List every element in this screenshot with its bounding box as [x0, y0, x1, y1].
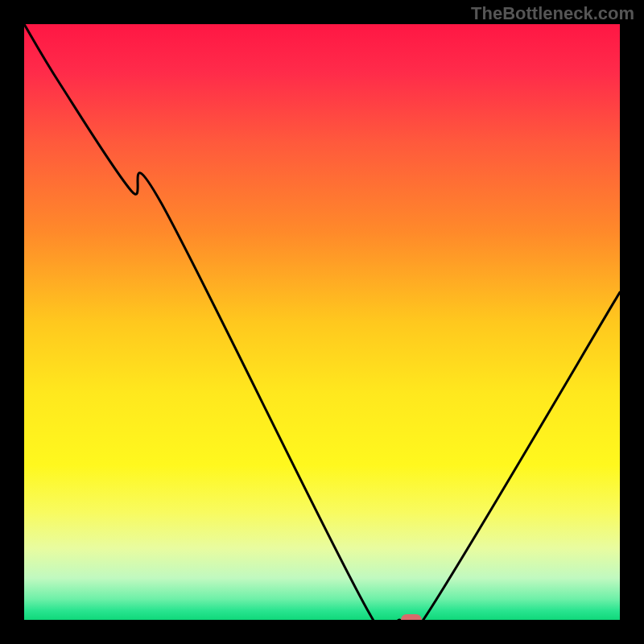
watermark-label: TheBottleneck.com: [471, 3, 634, 24]
plot-area: [24, 24, 620, 620]
chart-container: TheBottleneck.com: [0, 0, 644, 644]
optimal-marker: [401, 614, 422, 620]
bottleneck-curve: [24, 24, 620, 620]
